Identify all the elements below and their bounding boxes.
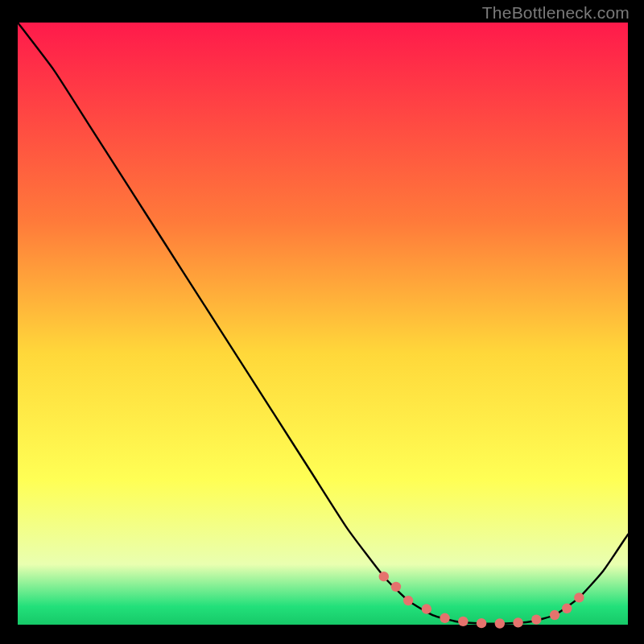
curve-marker	[391, 582, 401, 592]
curve-marker	[495, 618, 505, 628]
plot-background	[18, 23, 628, 625]
curve-marker	[458, 617, 468, 626]
chart-svg	[0, 0, 644, 644]
curve-marker	[513, 617, 522, 627]
curve-marker	[403, 596, 413, 605]
curve-marker	[440, 613, 449, 623]
watermark-text: TheBottleneck.com	[482, 3, 630, 23]
curve-marker	[574, 592, 584, 602]
chart-stage: TheBottleneck.com	[0, 0, 644, 644]
curve-marker	[531, 614, 541, 624]
curve-marker	[562, 604, 572, 613]
curve-marker	[379, 572, 389, 581]
curve-marker	[550, 610, 559, 620]
curve-marker	[477, 618, 486, 628]
curve-marker	[422, 604, 431, 613]
